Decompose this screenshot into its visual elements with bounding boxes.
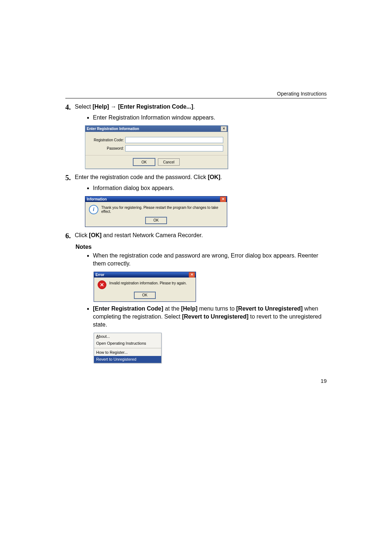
step-text: Select [Help] → [Enter Registration Code… [75, 103, 327, 112]
form-row-password: Password: [90, 145, 223, 151]
dialog-title: Enter Registration Information [87, 127, 221, 131]
notes-list: When the registration code and password … [75, 252, 327, 268]
password-input[interactable] [125, 145, 223, 151]
notes-heading: Notes [75, 244, 327, 250]
step-number: 5. [65, 173, 75, 182]
dialog-titlebar: Enter Registration Information ✕ [85, 126, 228, 132]
menu-item-about[interactable]: About... [94, 333, 161, 340]
help-menu: About... Open Operating Instructions How… [94, 333, 162, 364]
step-number: 4. [65, 103, 75, 112]
list-item: Information dialog box appears. [93, 184, 327, 192]
dialog-titlebar: Information ✕ [85, 197, 227, 202]
info-icon: i [89, 205, 98, 214]
registration-code-input[interactable] [125, 137, 223, 143]
ok-button[interactable]: OK [134, 292, 155, 299]
list-item: Enter Registration Information window ap… [93, 114, 327, 122]
error-icon: ✕ [98, 280, 106, 289]
text-fragment: and restart Network Camera Recorder. [102, 232, 203, 238]
text-fragment: Enter the registration code and the pass… [75, 174, 208, 180]
ok-button[interactable]: OK [146, 217, 167, 224]
bold-fragment: [Revert to Unregistered] [182, 313, 248, 320]
label-password: Password: [90, 146, 125, 150]
step-number: 6. [65, 231, 75, 240]
list-item: [Enter Registration Code] at the [Help] … [93, 305, 327, 329]
bold-fragment: [Help] [181, 305, 197, 312]
menu-separator [94, 348, 161, 348]
bold-fragment: [Revert to Unregistered] [236, 305, 303, 312]
list-item: When the registration code and password … [93, 252, 327, 268]
step-4-sublist: Enter Registration Information window ap… [75, 114, 327, 122]
step-text: Enter the registration code and the pass… [75, 173, 327, 182]
document-page: Operating Instructions 4. Select [Help] … [65, 0, 327, 406]
menu-path-help: [Help] [93, 104, 109, 110]
notes-list-2: [Enter Registration Code] at the [Help] … [75, 305, 327, 329]
step-5: 5. Enter the registration code and the p… [65, 173, 327, 182]
dialog-title: Information [87, 197, 220, 201]
step-text: Click [OK] and restart Network Camera Re… [75, 231, 327, 240]
text-fragment: . [220, 174, 222, 180]
header-rule [65, 98, 327, 98]
dialog-titlebar: Error ✕ [94, 272, 196, 278]
registration-dialog: Enter Registration Information ✕ Registr… [85, 125, 228, 169]
text-fragment: Click [75, 232, 89, 238]
text-fragment: Select [75, 104, 93, 110]
bold-fragment: [Enter Registration Code] [93, 305, 163, 312]
close-icon[interactable]: ✕ [189, 272, 195, 278]
menu-item-open-instructions[interactable]: Open Operating Instructions [94, 340, 161, 347]
label-registration-code: Registration Code: [90, 138, 125, 142]
close-icon[interactable]: ✕ [221, 126, 227, 131]
text-fragment: menu turns to [197, 305, 236, 312]
menu-item-revert-unregistered[interactable]: Revert to Unregistered [94, 356, 161, 363]
ok-button[interactable]: OK [133, 158, 155, 166]
page-number: 19 [65, 378, 327, 384]
ok-reference: [OK] [208, 174, 220, 180]
dialog-message: Invalid registration information. Please… [109, 280, 187, 285]
error-dialog: Error ✕ ✕ Invalid registration informati… [94, 272, 196, 302]
step-4: 4. Select [Help] → [Enter Registration C… [65, 103, 327, 112]
ok-reference: [OK] [89, 232, 102, 238]
dialog-message: Thank you for registering. Please restar… [101, 205, 223, 214]
information-dialog: Information ✕ i Thank you for registerin… [85, 196, 227, 227]
menu-item-how-to-register[interactable]: How to Register... [94, 349, 161, 356]
form-row-code: Registration Code: [90, 137, 223, 143]
close-icon[interactable]: ✕ [220, 197, 226, 202]
running-header: Operating Instructions [65, 91, 327, 97]
step-5-sublist: Information dialog box appears. [75, 184, 327, 192]
text-fragment: at the [163, 305, 181, 312]
step-6: 6. Click [OK] and restart Network Camera… [65, 231, 327, 240]
arrow-icon: → [111, 103, 117, 111]
cancel-button[interactable]: Cancel [158, 158, 180, 166]
dialog-title: Error [95, 273, 189, 277]
menu-path-enter-code: [Enter Registration Code...] [118, 104, 193, 110]
text-fragment: . [193, 104, 195, 110]
